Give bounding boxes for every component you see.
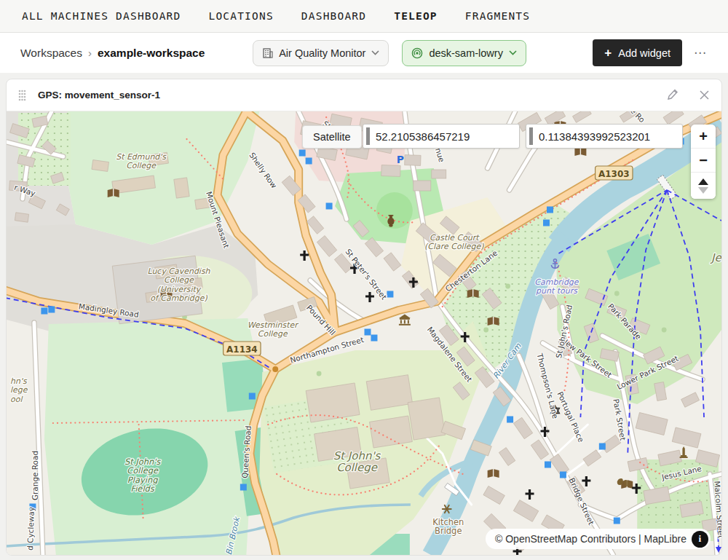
drag-handle-icon[interactable]: [18, 90, 26, 101]
part-selector-label: Air Quality Monitor: [279, 47, 365, 59]
gps-point-marker: [249, 393, 256, 400]
map-building: [414, 181, 431, 191]
longitude-input[interactable]: [533, 130, 682, 143]
map-building: [381, 165, 400, 177]
map-zoom-controls: + −: [691, 125, 716, 199]
map-label: Cambridgepunt tours: [534, 277, 579, 296]
svg-text:Grange Road: Grange Road: [31, 451, 39, 500]
longitude-field: [526, 124, 683, 149]
machine-selector-dropdown[interactable]: desk-sam-lowry: [402, 40, 526, 66]
gps-point-marker: [326, 203, 333, 210]
close-icon: [699, 90, 710, 100]
close-widget-button[interactable]: [699, 90, 710, 100]
map-building: [92, 160, 109, 172]
road-badge: A1303: [596, 166, 633, 180]
road-badge: A1134: [223, 342, 261, 355]
tab-dashboard[interactable]: DASHBOARD: [301, 10, 366, 22]
map-building: [174, 178, 189, 198]
breadcrumb: Workspaces › example-workspace: [20, 47, 205, 60]
zoom-in-button[interactable]: +: [691, 125, 716, 149]
map-label: KitchenBridge: [432, 517, 464, 537]
edit-widget-button[interactable]: [666, 89, 678, 101]
map-building: [405, 155, 421, 166]
breadcrumb-root[interactable]: Workspaces: [20, 47, 82, 60]
gps-point-marker: [299, 150, 306, 157]
zoom-out-button[interactable]: −: [691, 149, 716, 173]
map-attribution: © OpenStreetMap Contributors | MapLibre …: [486, 529, 711, 549]
map-label: St John'sCollege: [333, 449, 381, 474]
tab-all-machines-dashboard[interactable]: ALL MACHINES DASHBOARD: [22, 10, 181, 22]
gps-point-marker: [371, 335, 377, 342]
map-building: [432, 170, 446, 178]
breadcrumb-separator-icon: ›: [88, 47, 92, 59]
svg-text:Cambridgepunt tours: Cambridgepunt tours: [534, 277, 579, 296]
svg-text:d Cycleway: d Cycleway: [25, 507, 36, 551]
map-canvas[interactable]: P: [7, 111, 721, 555]
attribution-text[interactable]: © OpenStreetMap Contributors | MapLibre: [495, 533, 687, 545]
gps-widget-card: GPS: movement_sensor-1: [6, 79, 722, 556]
map-building: [15, 213, 28, 222]
svg-text:KitchenBridge: KitchenBridge: [432, 517, 464, 537]
compass-north-icon: [698, 178, 708, 185]
tab-fragments[interactable]: FRAGMENTS: [465, 10, 530, 22]
map-label: d Cycleway: [25, 507, 36, 551]
plus-icon: +: [604, 47, 612, 59]
svg-text:Jesu: Jesu: [710, 251, 721, 264]
workspace-toolbar: Workspaces › example-workspace Air Quali…: [0, 33, 728, 73]
gps-point-marker: [364, 329, 371, 336]
compass-pitch-button[interactable]: [691, 173, 716, 199]
satellite-toggle-button[interactable]: Satellite: [302, 125, 362, 149]
parking-icon: [397, 154, 404, 165]
gps-point-marker: [507, 417, 513, 423]
tab-locations[interactable]: LOCATIONS: [208, 10, 273, 22]
add-widget-button[interactable]: + Add widget: [593, 39, 682, 66]
compass-south-icon: [698, 187, 708, 194]
gps-point-marker: [48, 307, 55, 313]
svg-text:A1303: A1303: [598, 169, 630, 179]
latitude-field: [363, 124, 520, 149]
gps-point-marker: [543, 220, 550, 226]
pencil-icon: [666, 89, 678, 101]
widget-header: GPS: movement_sensor-1: [7, 79, 721, 111]
tab-teleop[interactable]: TELEOP: [394, 10, 438, 22]
breadcrumb-current: example-workspace: [98, 47, 205, 60]
map-label: Jesu: [710, 251, 721, 264]
info-icon[interactable]: i: [692, 531, 708, 548]
gps-point-marker: [41, 308, 47, 315]
gps-point-marker: [614, 518, 620, 524]
dashboard-area: GPS: movement_sensor-1: [0, 73, 728, 560]
chevron-down-icon: [371, 50, 379, 55]
add-widget-label: Add widget: [618, 47, 670, 59]
latitude-input[interactable]: [370, 130, 519, 143]
machine-live-icon: [411, 47, 423, 59]
machine-selector-label: desk-sam-lowry: [429, 47, 503, 59]
svg-text:A1134: A1134: [226, 344, 258, 355]
svg-text:St John'sCollege: St John'sCollege: [333, 449, 381, 474]
gps-point-marker: [560, 472, 566, 478]
gps-point-marker: [240, 484, 247, 491]
gps-point-marker: [545, 462, 551, 468]
svg-text:Castle Court(Clare College): Castle Court(Clare College): [424, 233, 484, 252]
part-selector-dropdown[interactable]: Air Quality Monitor: [253, 40, 389, 66]
building-icon: [262, 47, 273, 58]
gps-point-marker: [599, 443, 606, 450]
chevron-down-icon: [509, 50, 517, 55]
top-nav-bar: ALL MACHINES DASHBOARD LOCATIONS DASHBOA…: [0, 0, 728, 33]
overflow-menu-button[interactable]: ⋯: [694, 45, 708, 60]
map-label: Castle Court(Clare College): [424, 233, 484, 252]
map-building: [408, 398, 445, 440]
gps-point-marker: [547, 207, 553, 213]
widget-title: GPS: movement_sensor-1: [38, 90, 160, 100]
map-label: Grange Road: [31, 451, 39, 500]
gps-point-marker: [306, 158, 312, 165]
map-building: [366, 375, 412, 411]
